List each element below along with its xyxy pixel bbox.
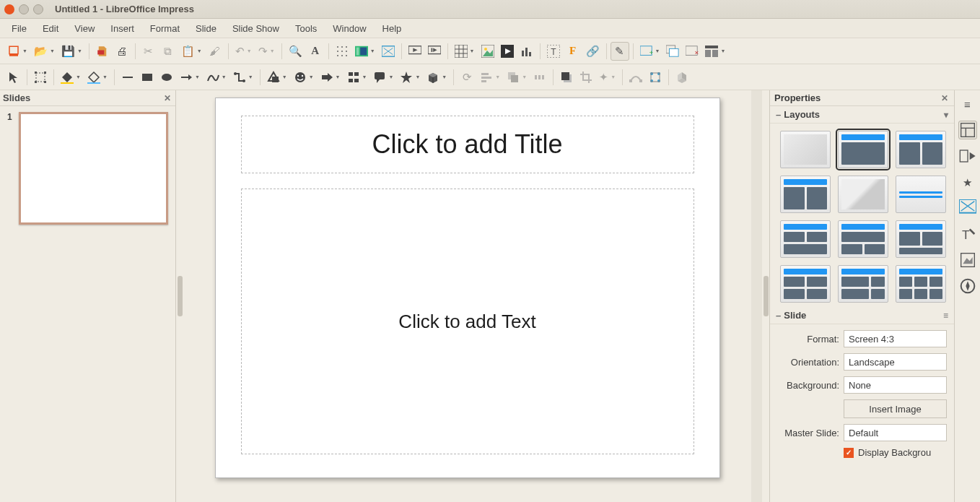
slide-section-header[interactable]: –Slide ≡ — [770, 307, 954, 324]
arrange-button[interactable]: ▼ — [504, 68, 530, 87]
stars-button[interactable]: ▼ — [397, 68, 423, 87]
flowchart-button[interactable]: ▼ — [344, 68, 370, 87]
slide-more-icon[interactable]: ≡ — [943, 311, 948, 321]
fill-color-button[interactable]: ▼ — [58, 68, 84, 87]
export-pdf-button[interactable] — [93, 42, 112, 61]
grid-button[interactable] — [333, 42, 351, 61]
sidebar-settings-icon[interactable]: ≡ — [958, 95, 977, 113]
layout-two-lines[interactable] — [896, 176, 946, 213]
start-first-button[interactable] — [406, 42, 424, 61]
more-options-icon[interactable]: ▾ — [944, 110, 948, 120]
clone-format-button[interactable]: 🖌 — [206, 42, 224, 61]
filter-button[interactable]: ✦▼ — [596, 68, 618, 87]
basic-shapes-button[interactable]: ▼ — [264, 68, 290, 87]
background-dropdown[interactable]: None — [844, 376, 947, 394]
text-box-button[interactable]: T — [544, 42, 563, 61]
start-current-button[interactable] — [425, 42, 444, 61]
layout-centered[interactable] — [838, 176, 888, 213]
rectangle-tool[interactable] — [138, 68, 157, 87]
properties-close-icon[interactable]: ✕ — [941, 93, 948, 103]
insert-chart-button[interactable] — [517, 42, 536, 61]
slide-thumb-1[interactable]: 1 — [7, 112, 168, 225]
layout-grid-6[interactable] — [896, 265, 946, 303]
callout-button[interactable]: ▼ — [370, 68, 396, 87]
zoom-pan-button[interactable] — [31, 68, 50, 87]
insert-table-button[interactable]: ▼ — [452, 42, 478, 61]
title-placeholder[interactable]: Click to add Title — [241, 116, 694, 173]
crop-button[interactable] — [577, 68, 595, 87]
slide-canvas[interactable]: Click to add Title Click to add Text — [215, 98, 720, 478]
select-tool[interactable] — [4, 68, 23, 87]
copy-button[interactable]: ⧉ — [159, 42, 178, 61]
layout-grid-4a[interactable] — [780, 265, 831, 303]
menu-insert[interactable]: Insert — [103, 20, 141, 37]
sidebar-animation-tab[interactable]: ★ — [958, 173, 977, 191]
points-button[interactable] — [626, 68, 645, 87]
menu-format[interactable]: Format — [143, 20, 187, 37]
line-tool[interactable] — [118, 68, 137, 87]
insert-av-button[interactable] — [498, 42, 517, 61]
extrusion-button[interactable] — [673, 68, 691, 87]
duplicate-slide-button[interactable] — [663, 42, 682, 61]
menu-window[interactable]: Window — [325, 20, 373, 37]
print-button[interactable]: 🖨 — [113, 42, 131, 61]
paste-button[interactable]: 📋▼ — [178, 42, 205, 61]
symbol-shapes-button[interactable]: ▼ — [291, 68, 317, 87]
sidebar-master-tab[interactable] — [958, 199, 977, 217]
layouts-section-header[interactable]: –Layouts ▾ — [770, 106, 954, 124]
menu-slide[interactable]: Slide — [188, 20, 224, 37]
slide-thumbnail[interactable] — [19, 112, 168, 225]
window-maximize-button[interactable] — [33, 4, 43, 14]
distribute-button[interactable] — [530, 68, 549, 87]
find-button[interactable]: 🔍 — [286, 42, 305, 61]
redo-button[interactable]: ↷▼ — [255, 42, 278, 61]
curve-tool[interactable]: ▼ — [204, 68, 229, 87]
sidebar-styles-tab[interactable]: T — [958, 225, 977, 243]
highlight-color-button[interactable]: ▼ — [84, 68, 110, 87]
slides-panel-close-icon[interactable]: ✕ — [164, 93, 171, 103]
align-button[interactable]: ▼ — [477, 68, 503, 87]
layout-grid-4b[interactable] — [838, 265, 888, 303]
display-background-checkbox[interactable]: ✓ Display Backgrou — [844, 447, 947, 458]
hyperlink-button[interactable]: 🔗 — [583, 42, 603, 61]
menu-edit[interactable]: Edit — [35, 20, 66, 37]
save-button[interactable]: 💾▼ — [58, 42, 85, 61]
right-splitter[interactable] — [762, 90, 769, 502]
layout-blank[interactable] — [780, 131, 831, 168]
undo-button[interactable]: ↶▼ — [232, 42, 255, 61]
glue-button[interactable] — [646, 68, 665, 87]
vertical-scrollbar[interactable] — [751, 90, 762, 502]
menu-view[interactable]: View — [67, 20, 102, 37]
insert-image-button[interactable] — [478, 42, 497, 61]
window-minimize-button[interactable] — [19, 4, 29, 14]
ellipse-tool[interactable] — [157, 68, 176, 87]
layout-title-two-content[interactable] — [896, 131, 946, 168]
layout-title-only[interactable] — [780, 176, 831, 213]
format-dropdown[interactable]: Screen 4:3 — [844, 330, 947, 347]
menu-help[interactable]: Help — [375, 20, 409, 37]
shadow-button[interactable] — [557, 68, 576, 87]
connector-tool[interactable]: ▼ — [230, 68, 256, 87]
layout-grid-3[interactable] — [780, 220, 831, 258]
master-slide-button[interactable] — [379, 42, 398, 61]
menu-slideshow[interactable]: Slide Show — [225, 20, 286, 37]
fontwork-button[interactable]: F — [564, 42, 582, 61]
sidebar-transitions-tab[interactable] — [958, 147, 977, 165]
left-splitter[interactable] — [176, 90, 183, 502]
insert-image-button-panel[interactable]: Insert Image — [844, 399, 947, 418]
new-button[interactable]: ▼ — [4, 42, 30, 61]
spellcheck-button[interactable]: A — [306, 42, 325, 61]
master-dropdown[interactable]: Default — [844, 424, 947, 441]
block-arrows-button[interactable]: ▼ — [318, 68, 344, 87]
arrow-tool[interactable]: ▼ — [177, 68, 203, 87]
3d-button[interactable]: ▼ — [424, 68, 450, 87]
show-draw-button[interactable]: ✎ — [611, 42, 629, 61]
sidebar-navigator-tab[interactable] — [958, 277, 977, 295]
window-close-button[interactable] — [4, 4, 14, 14]
sidebar-properties-tab[interactable] — [958, 121, 977, 139]
display-views-button[interactable]: ▼ — [352, 42, 378, 61]
layout-grid-3b[interactable] — [838, 220, 888, 258]
slide-layout-button[interactable]: ▼ — [702, 42, 728, 61]
sidebar-gallery-tab[interactable] — [958, 251, 977, 269]
content-placeholder[interactable]: Click to add Text — [241, 189, 694, 454]
